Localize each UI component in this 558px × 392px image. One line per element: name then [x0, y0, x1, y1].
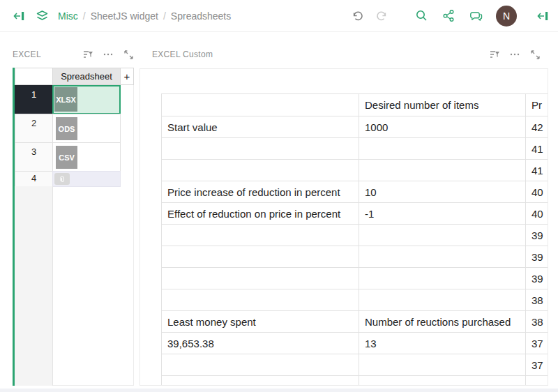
- table-cell[interactable]: [162, 376, 359, 386]
- excel-widget-header: EXCEL: [13, 46, 134, 63]
- table-cell[interactable]: 10: [359, 181, 526, 203]
- excel-widget-title: EXCEL: [13, 50, 41, 59]
- table-cell[interactable]: 40: [526, 181, 549, 203]
- table-cell[interactable]: 41: [526, 160, 549, 181]
- paperclip-icon: [58, 175, 66, 183]
- table-cell[interactable]: [359, 268, 526, 289]
- table-row: Effect of reduction on price in percent …: [162, 203, 549, 225]
- breadcrumb-current: Spreadsheets: [171, 10, 231, 22]
- row-header-2[interactable]: 2: [15, 114, 53, 143]
- breadcrumb-root[interactable]: Misc: [58, 10, 78, 22]
- excel-spreadsheet: Spreadsheet + 1 XLSX 2 ODS 3 CSV 4: [13, 68, 134, 386]
- table-row: Desired number of items Pr: [162, 94, 549, 116]
- table-cell[interactable]: [359, 160, 526, 181]
- avatar[interactable]: N: [496, 6, 517, 27]
- table-cell[interactable]: -1: [359, 203, 526, 225]
- table-cell[interactable]: [162, 268, 359, 289]
- search-icon[interactable]: [414, 9, 428, 23]
- table-cell[interactable]: 40: [526, 203, 549, 225]
- table-cell[interactable]: [162, 246, 359, 268]
- table-cell[interactable]: [162, 225, 359, 246]
- avatar-initial: N: [503, 10, 510, 22]
- row-header-1[interactable]: 1: [15, 85, 53, 114]
- table-cell[interactable]: Pr: [526, 94, 549, 116]
- comments-icon[interactable]: [469, 9, 483, 23]
- row-header-3[interactable]: 3: [15, 142, 53, 172]
- topbar: Misc / SheetJS widget / Spreadsheets: [0, 0, 558, 32]
- table-cell[interactable]: [359, 354, 526, 376]
- table-cell[interactable]: [162, 138, 359, 160]
- table-cell[interactable]: [162, 289, 359, 311]
- layers-icon[interactable]: [35, 9, 49, 23]
- table-cell[interactable]: Number of reuctions purchased: [359, 311, 526, 333]
- table-cell[interactable]: [359, 225, 526, 246]
- custom-spreadsheet-table: Desired number of items Pr Start value 1…: [161, 93, 548, 386]
- table-cell[interactable]: [359, 289, 526, 311]
- table-cell[interactable]: 13: [359, 333, 526, 354]
- table-cell[interactable]: 39: [526, 225, 549, 246]
- breadcrumb-item[interactable]: SheetJS widget: [91, 10, 158, 22]
- excel-custom-container: Desired number of items Pr Start value 1…: [140, 68, 548, 386]
- table-cell[interactable]: 38: [526, 311, 549, 333]
- row-header-filler[interactable]: [15, 186, 53, 386]
- table-row: [162, 376, 549, 386]
- table-cell[interactable]: 37: [526, 354, 549, 376]
- table-row: 41: [162, 138, 549, 160]
- page-bottom-strip: [0, 389, 558, 392]
- table-cell[interactable]: 37: [526, 333, 549, 354]
- table-cell[interactable]: Price increase of reduction in percent: [162, 181, 359, 203]
- breadcrumb-separator: /: [163, 10, 166, 22]
- redo-icon[interactable]: [375, 9, 389, 23]
- table-cell[interactable]: [359, 376, 526, 386]
- table-cell[interactable]: 41: [526, 138, 549, 160]
- table-cell[interactable]: 38: [526, 289, 549, 311]
- sheet-cell-attachment[interactable]: [52, 171, 121, 187]
- xlsx-file-badge[interactable]: XLSX: [54, 87, 77, 112]
- table-cell[interactable]: 42: [526, 116, 549, 138]
- table-row: Price increase of reduction in percent 1…: [162, 181, 549, 203]
- excel-custom-widget-header: EXCEL Custom: [152, 46, 541, 63]
- expand-icon[interactable]: [123, 49, 134, 60]
- more-icon[interactable]: [509, 49, 520, 60]
- undo-icon[interactable]: [350, 9, 364, 23]
- table-cell[interactable]: Effect of reduction on price in percent: [162, 203, 359, 225]
- more-icon[interactable]: [103, 49, 114, 60]
- filter-icon[interactable]: [489, 49, 500, 60]
- row-header-4[interactable]: 4: [15, 171, 53, 187]
- table-cell[interactable]: 1000: [359, 116, 526, 138]
- attachment-chip[interactable]: [54, 173, 70, 185]
- sheet-cell[interactable]: ODS: [52, 114, 121, 143]
- table-cell[interactable]: [162, 94, 359, 116]
- table-cell[interactable]: [359, 138, 526, 160]
- table-cell[interactable]: [526, 376, 549, 386]
- table-cell[interactable]: [359, 246, 526, 268]
- topbar-left: Misc / SheetJS widget / Spreadsheets: [0, 9, 350, 23]
- add-sheet-button[interactable]: +: [120, 68, 134, 85]
- table-cell[interactable]: [162, 354, 359, 376]
- table-row: Least money spent Number of reuctions pu…: [162, 311, 549, 333]
- collapse-panel-icon[interactable]: [536, 9, 550, 23]
- csv-file-badge[interactable]: CSV: [56, 146, 77, 169]
- sheet-cell-selected[interactable]: XLSX: [52, 85, 121, 114]
- ods-file-badge[interactable]: ODS: [56, 117, 77, 140]
- table-row: 39: [162, 268, 549, 289]
- table-row: 39,653.38 13 37: [162, 333, 549, 354]
- table-cell[interactable]: 39,653.38: [162, 333, 359, 354]
- collapse-sidebar-icon[interactable]: [12, 9, 26, 23]
- table-cell[interactable]: 39: [526, 268, 549, 289]
- table-cell[interactable]: Desired number of items: [359, 94, 526, 116]
- table-cell[interactable]: Least money spent: [162, 311, 359, 333]
- sheet-corner-cell[interactable]: [15, 68, 53, 85]
- table-cell[interactable]: 39: [526, 246, 549, 268]
- table-row: 38: [162, 289, 549, 311]
- table-cell[interactable]: [162, 160, 359, 181]
- sheet-tab[interactable]: Spreadsheet: [52, 68, 121, 85]
- filter-icon[interactable]: [82, 49, 93, 60]
- share-icon[interactable]: [442, 9, 455, 23]
- expand-icon[interactable]: [529, 49, 541, 60]
- topbar-right: N: [350, 6, 558, 27]
- sheet-cell[interactable]: CSV: [52, 142, 121, 172]
- table-row: Start value 1000 42: [162, 116, 549, 138]
- table-row: 39: [162, 246, 549, 268]
- table-cell[interactable]: Start value: [162, 116, 359, 138]
